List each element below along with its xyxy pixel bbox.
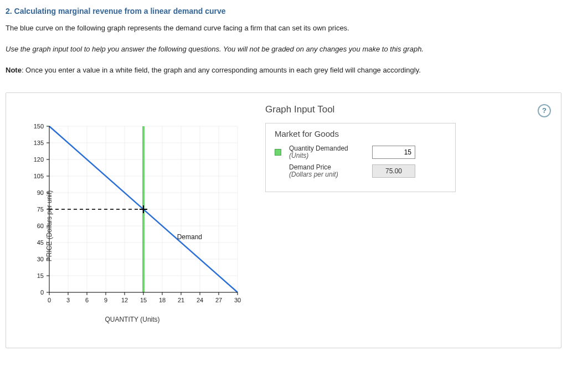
- market-title: Market for Goods: [275, 129, 446, 138]
- svg-text:21: 21: [178, 297, 184, 303]
- svg-text:90: 90: [37, 189, 44, 196]
- note-body: : Once you enter a value in a white fiel…: [22, 66, 421, 74]
- svg-text:0: 0: [48, 297, 51, 303]
- intro-text-1: The blue curve on the following graph re…: [6, 23, 561, 33]
- quantity-input[interactable]: [372, 146, 415, 159]
- help-icon[interactable]: ?: [538, 104, 551, 117]
- intro-text-3: Note: Once you enter a value in a white …: [6, 65, 561, 75]
- price-label: Demand Price (Dollars per unit): [289, 164, 367, 178]
- svg-text:30: 30: [234, 297, 241, 303]
- svg-text:60: 60: [37, 223, 44, 229]
- price-row: Demand Price (Dollars per unit) 75.00: [275, 164, 446, 178]
- svg-text:27: 27: [215, 297, 222, 303]
- question-number: 2.: [6, 7, 12, 16]
- svg-text:15: 15: [140, 297, 147, 303]
- svg-text:24: 24: [197, 297, 203, 303]
- intro-text-2: Use the graph input tool to help you ans…: [6, 44, 561, 54]
- price-readonly: 75.00: [372, 164, 415, 178]
- graph-input-tool-title: Graph Input Tool: [265, 104, 334, 115]
- svg-text:45: 45: [37, 239, 44, 246]
- svg-text:75: 75: [37, 206, 44, 213]
- question-title: 2. Calculating marginal revenue from a l…: [6, 7, 561, 16]
- legend-swatch-quantity: [275, 149, 281, 156]
- quantity-row: Quantity Demanded (Units): [275, 145, 446, 159]
- svg-text:120: 120: [34, 156, 44, 163]
- quantity-label: Quantity Demanded (Units): [289, 145, 367, 159]
- svg-text:9: 9: [104, 297, 107, 303]
- svg-text:Demand: Demand: [177, 233, 202, 241]
- svg-text:6: 6: [85, 297, 89, 303]
- question-title-text: Calculating marginal revenue from a line…: [14, 7, 226, 16]
- chart-container[interactable]: PRICE (Dollars per unit) Demand036912151…: [16, 121, 249, 331]
- svg-text:3: 3: [66, 297, 70, 303]
- svg-text:150: 150: [34, 123, 44, 130]
- svg-text:135: 135: [34, 140, 44, 146]
- note-label: Note: [6, 66, 22, 74]
- svg-text:15: 15: [37, 272, 44, 279]
- x-axis-label: QUANTITY (Units): [16, 316, 249, 323]
- y-axis-label: PRICE (Dollars per unit): [45, 190, 53, 261]
- svg-text:30: 30: [37, 256, 44, 262]
- svg-text:0: 0: [40, 289, 44, 296]
- svg-text:12: 12: [121, 297, 128, 303]
- graph-panel: PRICE (Dollars per unit) Demand036912151…: [6, 92, 561, 348]
- svg-text:18: 18: [159, 297, 166, 303]
- market-box: Market for Goods Quantity Demanded (Unit…: [265, 123, 456, 193]
- svg-text:105: 105: [34, 173, 44, 179]
